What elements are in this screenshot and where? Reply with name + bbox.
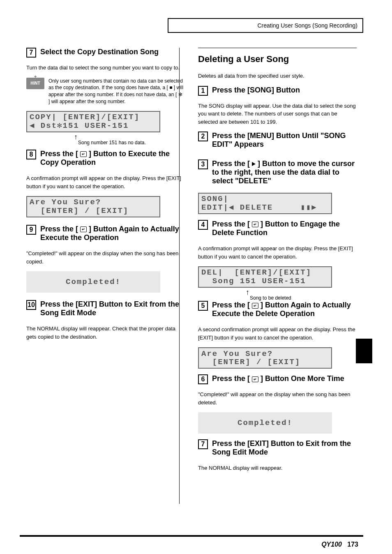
page-edge-tab: [356, 339, 372, 363]
enter-icon: [252, 303, 258, 309]
lcd-song-edit-delete: SONG| EDIT|◀ DELETE ▮▮▶: [198, 193, 332, 214]
lcd3-line1: Completed!: [66, 277, 121, 286]
step-number-7b: 7: [198, 439, 208, 449]
r-step5-title: Press the [ ] Button Again to Actually E…: [212, 301, 357, 318]
footer: QY100 173: [321, 541, 358, 548]
lcd-copy-dest: COPY| [ENTER]/[EXIT] ◀ Dst✻151 USER-151: [26, 111, 160, 132]
footer-model: QY100: [321, 541, 342, 548]
lcd-confirm: Are You Sure? [ENTER] / [EXIT]: [26, 196, 160, 217]
r-lcd1-line1: SONG|: [201, 195, 329, 203]
r-lcd1-line2: EDIT|◀ DELETE ▮▮▶: [201, 203, 329, 212]
step10-para: The NORMAL display will reappear. Check …: [26, 325, 185, 341]
r-step6-title: Press the [ ] Button One More Time: [212, 374, 357, 383]
hint-block: HINT Only user song numbers that contain…: [26, 78, 185, 105]
step-number-9: 9: [26, 225, 36, 235]
step7-title: Select the Copy Destination Song: [40, 48, 185, 56]
r-lcd4-line1: Completed!: [238, 418, 293, 427]
chapter-title: Creating User Songs (Song Recording): [257, 22, 357, 29]
r-step7-para: The NORMAL display will reappear.: [198, 464, 357, 472]
lcd2-line2: [ENTER] / [EXIT]: [30, 207, 157, 215]
step9-para: "Completed!" will appear on the display …: [26, 249, 185, 265]
step-number-6: 6: [198, 374, 208, 384]
lcd-line1: COPY| [ENTER]/[EXIT]: [30, 113, 157, 122]
arrow-up-icon: ↑: [246, 289, 357, 295]
arrow-up-icon: ↑: [74, 134, 185, 140]
step8-title: Press the [ ] Button to Execute the Copy…: [40, 150, 185, 167]
r-step6-para: "Completed!" will appear on the display …: [198, 390, 357, 406]
enter-icon: [252, 376, 258, 382]
r-step2-title: Press the [MENU] Button Until "SONG EDIT…: [212, 132, 357, 149]
step-number-7: 7: [26, 48, 36, 58]
section-rule: [198, 48, 357, 48]
step-number-5: 5: [198, 301, 208, 311]
step8-para: A confirmation prompt will appear on the…: [26, 174, 185, 190]
footer-page: 173: [347, 541, 358, 548]
r-lcd3-line2: [ENTER] / [EXIT]: [201, 358, 329, 367]
r-step3-title: Press the [ ] Button to move the cursor …: [212, 159, 357, 185]
r-step4-para: A confirmation prompt will appear on the…: [198, 245, 357, 261]
step10-title: Press the [EXIT] Button to Exit from the…: [40, 300, 185, 317]
step-number-10: 10: [26, 300, 36, 310]
r-lcd3-line1: Are You Sure?: [201, 350, 329, 358]
r-lcd2-line2: Song 151 USER-151: [201, 277, 329, 286]
enter-icon: [80, 226, 87, 232]
r-step4-title: Press the [ ] Button to Engage the Delet…: [212, 220, 357, 237]
section-heading: Deleting a User Song: [198, 54, 357, 65]
step-number-4: 4: [198, 220, 208, 230]
step-number-1: 1: [198, 86, 208, 96]
lcd-delete-target: DEL| [ENTER]/[EXIT] Song 151 USER-151: [198, 266, 332, 288]
lcd-line2: ◀ Dst✻151 USER-151: [30, 122, 157, 130]
footer-rule: [20, 535, 363, 537]
r-lcd2-line1: DEL| [ENTER]/[EXIT]: [201, 268, 329, 277]
step-number-2: 2: [198, 132, 208, 141]
lcd-annotation-2: Song to be deleted: [250, 295, 357, 301]
lcd2-line1: Are You Sure?: [30, 198, 157, 207]
right-column: Deleting a User Song Deletes all data fr…: [191, 48, 363, 478]
r-step5-para: A second confirmation prompt will appear…: [198, 325, 357, 342]
lcd-annotation-1: Song number 151 has no data.: [78, 140, 185, 145]
r-step7-title: Press the [EXIT] Button to Exit from the…: [212, 439, 357, 457]
lcd-completed: Completed!: [26, 271, 160, 293]
play-icon: [252, 162, 256, 166]
lcd-completed-2: Completed!: [198, 412, 332, 434]
r-step1-title: Press the [SONG] Button: [212, 86, 357, 95]
enter-icon: [80, 151, 87, 157]
r-step1-para: The SONG display will appear. Use the da…: [198, 102, 357, 126]
hint-text: Only user song numbers that contain no d…: [48, 78, 185, 105]
hint-icon: HINT: [26, 78, 44, 89]
enter-icon: [252, 222, 258, 227]
step-number-8: 8: [26, 150, 36, 159]
chapter-header: Creating User Songs (Song Recording): [168, 18, 363, 33]
step7-para: Turn the data dial to select the song nu…: [26, 64, 185, 72]
intro-text: Deletes all data from the specified user…: [198, 72, 357, 80]
step-number-3: 3: [198, 159, 208, 169]
lcd-are-you-sure: Are You Sure? [ENTER] / [EXIT]: [198, 347, 332, 369]
step9-title: Press the [ ] Button Again to Actually E…: [40, 225, 185, 242]
left-column: 7 Select the Copy Destination Song Turn …: [20, 48, 191, 478]
